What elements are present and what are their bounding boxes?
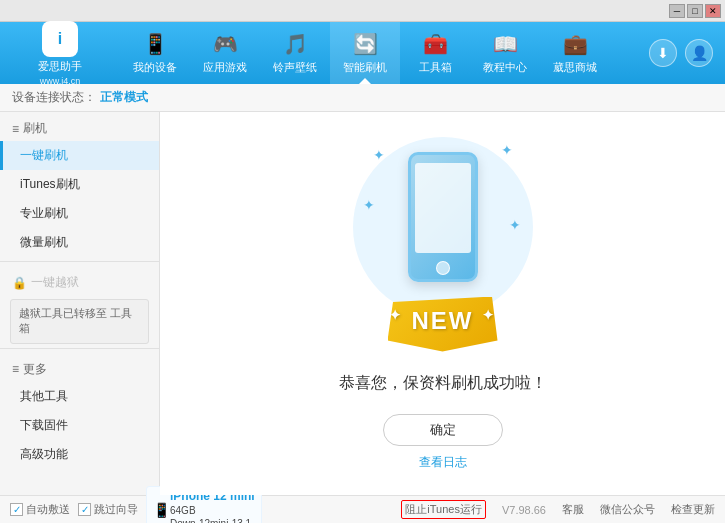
customer-service-link[interactable]: 客服 [562, 502, 584, 517]
section-flash-label: 刷机 [23, 120, 47, 137]
wei-store-label: 葳思商城 [553, 60, 597, 75]
sidebar-item-pro-flash[interactable]: 专业刷机 [0, 199, 159, 228]
sparkle-4: ✦ [509, 217, 521, 233]
sidebar-section-flash: ≡ 刷机 [0, 112, 159, 141]
sidebar-item-download-firmware[interactable]: 下载固件 [0, 411, 159, 440]
status-value: 正常模式 [100, 89, 148, 106]
header-right: ⬇ 👤 [649, 39, 725, 67]
new-badge-wrapper: ✦ NEW ✦ [388, 297, 498, 352]
sidebar-item-itunes-flash[interactable]: iTunes刷机 [0, 170, 159, 199]
sparkle-2: ✦ [501, 142, 513, 158]
ringtones-label: 铃声壁纸 [273, 60, 317, 75]
bottom-right: 阻止iTunes运行 V7.98.66 客服 微信公众号 检查更新 [401, 500, 715, 519]
skip-wizard-checkbox-box[interactable]: ✓ [78, 503, 91, 516]
nav-ringtones[interactable]: 🎵 铃声壁纸 [260, 22, 330, 84]
check-update-link[interactable]: 检查更新 [671, 502, 715, 517]
sidebar-divider-2 [0, 348, 159, 349]
sparkle-3: ✦ [363, 197, 375, 213]
nav-my-device[interactable]: 📱 我的设备 [120, 22, 190, 84]
sidebar: ≡ 刷机 一键刷机 iTunes刷机 专业刷机 微量刷机 🔒 一键越狱 越狱工具… [0, 112, 160, 495]
itunes-status: 阻止iTunes运行 [401, 500, 486, 519]
sidebar-section-more: ≡ 更多 [0, 353, 159, 382]
version-text: V7.98.66 [502, 504, 546, 516]
success-text: 恭喜您，保资料刷机成功啦！ [339, 373, 547, 394]
nav-bar: 📱 我的设备 🎮 应用游戏 🎵 铃声壁纸 🔄 智能刷机 🧰 工具箱 📖 教程中心… [120, 22, 649, 84]
tutorial-icon: 📖 [493, 32, 518, 56]
itunes-status-box: 阻止iTunes运行 [401, 500, 486, 519]
phone-illustration: ✦ ✦ ✦ ✦ ✦ NEW ✦ [343, 137, 543, 357]
phone-home-button [436, 261, 450, 275]
nav-wei-store[interactable]: 💼 葳思商城 [540, 22, 610, 84]
section-jailbreak-label: 一键越狱 [31, 274, 79, 291]
logo-subtitle: www.i4.cn [40, 76, 81, 86]
title-bar: ─ □ ✕ [0, 0, 725, 22]
jailbreak-lock-icon: 🔒 [12, 276, 27, 290]
restore-button[interactable]: □ [687, 4, 703, 18]
sidebar-divider-1 [0, 261, 159, 262]
minimize-button[interactable]: ─ [669, 4, 685, 18]
window-controls: ─ □ ✕ [669, 4, 721, 18]
sidebar-section-jailbreak: 🔒 一键越狱 [0, 266, 159, 295]
sidebar-item-one-click-flash[interactable]: 一键刷机 [0, 141, 159, 170]
ringtones-icon: 🎵 [283, 32, 308, 56]
sparkle-1: ✦ [373, 147, 385, 163]
device-model: Down-12mini-13,1 [170, 517, 255, 523]
nav-toolbox[interactable]: 🧰 工具箱 [400, 22, 470, 84]
toolbox-icon: 🧰 [423, 32, 448, 56]
section-flash-icon: ≡ [12, 122, 19, 136]
nav-apps-games[interactable]: 🎮 应用游戏 [190, 22, 260, 84]
header: i 爱思助手 www.i4.cn 📱 我的设备 🎮 应用游戏 🎵 铃声壁纸 🔄 … [0, 22, 725, 84]
new-badge: ✦ NEW ✦ [388, 297, 498, 352]
logo-title: 爱思助手 [38, 59, 82, 74]
skip-wizard-label: 跳过向导 [94, 502, 138, 517]
smart-flash-label: 智能刷机 [343, 60, 387, 75]
status-bar: 设备连接状态： 正常模式 [0, 84, 725, 112]
section-more-icon: ≡ [12, 362, 19, 376]
sidebar-item-other-tools[interactable]: 其他工具 [0, 382, 159, 411]
device-icon: 📱 [153, 502, 170, 518]
confirm-button[interactable]: 确定 [383, 414, 503, 446]
auto-flash-checkbox[interactable]: ✓ 自动敷送 [10, 502, 70, 517]
wechat-link[interactable]: 微信公众号 [600, 502, 655, 517]
download-button[interactable]: ⬇ [649, 39, 677, 67]
sidebar-item-advanced[interactable]: 高级功能 [0, 440, 159, 469]
phone-screen [415, 163, 471, 253]
skip-wizard-checkbox[interactable]: ✓ 跳过向导 [78, 502, 138, 517]
view-log-link[interactable]: 查看日志 [419, 454, 467, 471]
content-area: ✦ ✦ ✦ ✦ ✦ NEW ✦ 恭喜您，保资料刷机成功啦！ [160, 112, 725, 495]
tutorial-label: 教程中心 [483, 60, 527, 75]
auto-flash-label: 自动敷送 [26, 502, 70, 517]
apps-games-label: 应用游戏 [203, 60, 247, 75]
my-device-icon: 📱 [143, 32, 168, 56]
section-more-label: 更多 [23, 361, 47, 378]
my-device-label: 我的设备 [133, 60, 177, 75]
nav-smart-flash[interactable]: 🔄 智能刷机 [330, 22, 400, 84]
phone-shape [408, 152, 478, 282]
apps-games-icon: 🎮 [213, 32, 238, 56]
logo-area: i 爱思助手 www.i4.cn [0, 21, 120, 86]
close-button[interactable]: ✕ [705, 4, 721, 18]
user-button[interactable]: 👤 [685, 39, 713, 67]
auto-flash-checkbox-box[interactable]: ✓ [10, 503, 23, 516]
jailbreak-notice: 越狱工具已转移至 工具箱 [10, 299, 149, 344]
wei-store-icon: 💼 [563, 32, 588, 56]
nav-tutorial[interactable]: 📖 教程中心 [470, 22, 540, 84]
smart-flash-icon: 🔄 [353, 32, 378, 56]
logo-icon: i [42, 21, 78, 57]
status-label: 设备连接状态： [12, 89, 96, 106]
bottom-bar: ✓ 自动敷送 ✓ 跳过向导 📱 iPhone 12 mini 64GB Down… [0, 495, 725, 523]
toolbox-label: 工具箱 [419, 60, 452, 75]
device-storage: 64GB [170, 504, 255, 517]
main-layout: ≡ 刷机 一键刷机 iTunes刷机 专业刷机 微量刷机 🔒 一键越狱 越狱工具… [0, 112, 725, 495]
sidebar-item-screen-flash[interactable]: 微量刷机 [0, 228, 159, 257]
